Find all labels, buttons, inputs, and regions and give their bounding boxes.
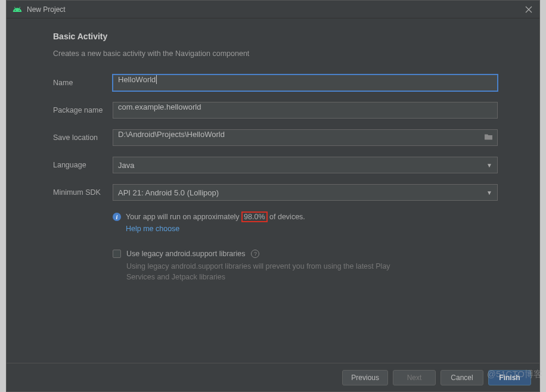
info-section: i Your app will run on approximately 98.… (113, 211, 498, 233)
package-input[interactable]: com.example.helloworld (113, 102, 498, 119)
previous-button[interactable]: Previous (342, 370, 388, 385)
dialog-footer: Previous Next Cancel Finish (7, 363, 539, 391)
minsdk-select[interactable]: API 21: Android 5.0 (Lollipop) ▼ (113, 184, 498, 201)
info-icon: i (113, 213, 121, 221)
package-label: Package name (53, 106, 113, 114)
location-label: Save location (53, 133, 113, 142)
percent-highlight: 98.0% (241, 211, 267, 222)
dialog-title: New Project (27, 5, 66, 14)
titlebar: New Project (7, 1, 539, 18)
page-heading: Basic Activity (53, 32, 498, 41)
language-label: Language (53, 161, 113, 169)
device-coverage-info: i Your app will run on approximately 98.… (113, 211, 498, 222)
minsdk-label: Minimum SDK (53, 188, 113, 197)
chevron-down-icon: ▼ (486, 162, 492, 169)
legacy-checkbox[interactable] (113, 250, 121, 258)
help-me-choose-link[interactable]: Help me choose (126, 225, 498, 233)
location-row: Save location D:\Android\Projects\HelloW… (53, 129, 498, 146)
minsdk-row: Minimum SDK API 21: Android 5.0 (Lollipo… (53, 184, 498, 201)
legacy-checkbox-label: Use legacy android.support libraries (126, 250, 245, 258)
language-row: Language Java ▼ (53, 157, 498, 173)
finish-button[interactable]: Finish (488, 370, 531, 385)
next-button: Next (393, 370, 436, 385)
cancel-button[interactable]: Cancel (440, 370, 483, 385)
package-row: Package name com.example.helloworld (53, 102, 498, 119)
language-select[interactable]: Java ▼ (113, 157, 498, 173)
folder-icon[interactable] (484, 133, 493, 142)
close-icon[interactable] (524, 5, 533, 14)
dialog-content: Basic Activity Creates a new basic activ… (7, 18, 539, 363)
chevron-down-icon: ▼ (486, 189, 492, 196)
new-project-dialog: New Project Basic Activity Creates a new… (6, 0, 540, 392)
name-label: Name (53, 79, 113, 87)
legacy-help-text: Using legacy android.support libraries w… (126, 261, 407, 282)
android-icon (13, 5, 22, 14)
page-subheading: Creates a new basic activity with the Na… (53, 49, 498, 58)
location-input[interactable]: D:\Android\Projects\HelloWorld (113, 129, 498, 146)
help-icon[interactable]: ? (251, 250, 259, 258)
name-row: Name HelloWorld (53, 74, 498, 91)
name-input[interactable]: HelloWorld (113, 74, 498, 91)
legacy-row: Use legacy android.support libraries ? (113, 250, 498, 258)
